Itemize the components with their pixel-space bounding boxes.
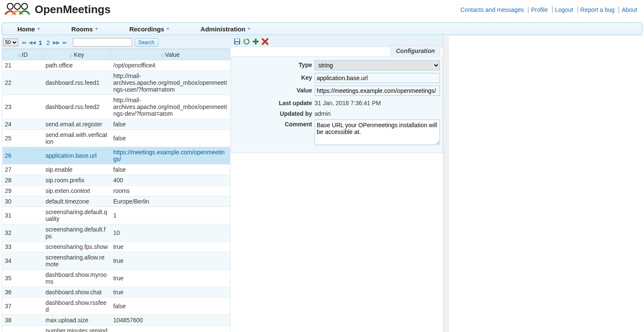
pager-last-icon[interactable]: ⏭ bbox=[62, 39, 68, 45]
link-profile[interactable]: Profile bbox=[528, 6, 550, 13]
menu-home-label: Home bbox=[17, 25, 35, 33]
cell-key: default.timezone bbox=[43, 196, 111, 207]
table-row[interactable]: 36dashboard.show.chattrue bbox=[3, 287, 230, 298]
cell-value: true bbox=[111, 270, 230, 287]
cell-id: 32 bbox=[3, 224, 43, 242]
cell-key: dashboard.show.rssfeed bbox=[43, 298, 111, 315]
table-row[interactable]: 26application.base.urlhttps://meetings.e… bbox=[3, 147, 230, 165]
header-links: Contacts and messages Profile Logout Rep… bbox=[458, 6, 640, 13]
cell-value: 104857600 bbox=[111, 315, 230, 326]
comment-textarea[interactable]: Base URL your OPenmeetings installation … bbox=[315, 120, 440, 145]
cell-id: 23 bbox=[3, 95, 43, 119]
save-icon[interactable] bbox=[233, 38, 241, 45]
cell-value: rooms bbox=[111, 186, 230, 196]
cell-key: dashboard.show.myrooms bbox=[43, 270, 111, 287]
menu-recordings[interactable]: Recordings ▼ bbox=[114, 23, 185, 35]
cell-key: dashboard.rss.feed2 bbox=[43, 95, 111, 119]
table-row[interactable]: 25send.email.with.verficationfalse bbox=[3, 130, 230, 147]
menu-rooms-label: Rooms bbox=[72, 25, 93, 33]
cell-key: max.upload.size bbox=[43, 315, 111, 326]
cell-value: https://meetings.example.com/openmeeting… bbox=[111, 147, 230, 165]
cell-value: http://mail-archives.apache.org/mod_mbox… bbox=[111, 95, 230, 119]
chevron-down-icon: ▼ bbox=[94, 27, 98, 31]
key-input[interactable] bbox=[315, 73, 440, 83]
table-row[interactable]: 22dashboard.rss.feed1http://mail-archive… bbox=[3, 71, 230, 95]
add-icon[interactable] bbox=[252, 38, 260, 45]
cell-id: 34 bbox=[3, 252, 43, 270]
cell-key: dashboard.rss.feed1 bbox=[43, 71, 111, 95]
config-table-scroll[interactable]: ◇ID ◇Key ◇Value 21path.office/opt/openof… bbox=[2, 49, 230, 332]
cell-key: screensharing.default.quality bbox=[43, 207, 111, 224]
pager-page-1[interactable]: 1 bbox=[38, 39, 43, 46]
table-row[interactable]: 29sip.exten.contextrooms bbox=[3, 186, 230, 196]
config-table: ◇ID ◇Key ◇Value 21path.office/opt/openof… bbox=[2, 49, 230, 332]
cell-key: path.office bbox=[43, 60, 111, 71]
cell-id: 28 bbox=[3, 175, 43, 186]
table-row[interactable]: 21path.office/opt/openoffice4 bbox=[3, 60, 230, 71]
link-about[interactable]: About bbox=[619, 6, 640, 13]
search-input[interactable] bbox=[73, 38, 132, 47]
chevron-down-icon: ▼ bbox=[166, 27, 170, 31]
table-row[interactable]: 30default.timezoneEurope/Berlin bbox=[3, 196, 230, 207]
sort-icon: ◇ bbox=[161, 53, 164, 58]
type-select[interactable]: string bbox=[315, 60, 440, 70]
cell-value: true bbox=[111, 287, 230, 298]
pager-prev-icon[interactable]: ◀◀ bbox=[29, 39, 35, 45]
page-size-select[interactable]: 50 bbox=[3, 39, 18, 46]
label-comment: Comment bbox=[234, 120, 315, 128]
table-row[interactable]: 27sip.enablefalse bbox=[3, 165, 230, 175]
table-row[interactable]: 38max.upload.size104857600 bbox=[3, 315, 230, 326]
table-row[interactable]: 31screensharing.default.quality1 bbox=[3, 207, 230, 224]
pager-next-icon[interactable]: ▶▶ bbox=[53, 39, 59, 45]
pager-page-2[interactable]: 2 bbox=[45, 39, 50, 46]
link-report-bug[interactable]: Report a bug bbox=[578, 6, 617, 13]
table-row[interactable]: 24send.email.at.registerfalse bbox=[3, 119, 230, 130]
cell-key: number.minutes.reminder.send bbox=[43, 326, 111, 332]
right-scrollbar[interactable] bbox=[443, 36, 449, 332]
cell-key: sip.exten.context bbox=[43, 186, 111, 196]
cell-value: 10 bbox=[111, 224, 230, 242]
value-input[interactable] bbox=[315, 86, 440, 96]
cell-value: 400 bbox=[111, 175, 230, 186]
menu-administration[interactable]: Administration ▼ bbox=[185, 23, 267, 35]
table-row[interactable]: 39number.minutes.reminder.send15 bbox=[3, 326, 230, 332]
column-header-id[interactable]: ◇ID bbox=[3, 50, 43, 60]
cell-id: 30 bbox=[3, 196, 43, 207]
delete-icon[interactable] bbox=[261, 38, 269, 45]
refresh-icon[interactable] bbox=[243, 38, 250, 45]
svg-rect-7 bbox=[253, 41, 259, 42]
menu-recordings-label: Recordings bbox=[129, 25, 164, 33]
svg-rect-4 bbox=[235, 39, 239, 41]
table-row[interactable]: 33screensharing.fps.showtrue bbox=[3, 242, 230, 252]
table-row[interactable]: 28sip.room.prefix400 bbox=[3, 175, 230, 186]
cell-value: false bbox=[111, 130, 230, 147]
label-updated-by: Updated by bbox=[234, 109, 315, 117]
last-update-value: 31 Jan, 2018 7:36:41 PM bbox=[315, 98, 440, 106]
cell-value: http://mail-archives.apache.org/mod_mbox… bbox=[111, 71, 230, 95]
table-row[interactable]: 35dashboard.show.myroomstrue bbox=[3, 270, 230, 287]
cell-key: screensharing.allow.remote bbox=[43, 252, 111, 270]
column-header-key[interactable]: ◇Key bbox=[43, 50, 111, 60]
cell-key: screensharing.default.fps bbox=[43, 224, 111, 242]
table-row[interactable]: 34screensharing.allow.remotetrue bbox=[3, 252, 230, 270]
link-logout[interactable]: Logout bbox=[553, 6, 576, 13]
column-header-value[interactable]: ◇Value bbox=[111, 50, 230, 60]
cell-key: application.base.url bbox=[43, 147, 111, 165]
pager-first-icon[interactable]: ⏮ bbox=[21, 39, 27, 45]
cell-key: sip.enable bbox=[43, 165, 111, 175]
menu-home[interactable]: Home ▼ bbox=[2, 23, 56, 35]
svg-rect-5 bbox=[235, 42, 239, 44]
svg-point-0 bbox=[7, 3, 13, 9]
link-contacts[interactable]: Contacts and messages bbox=[458, 6, 526, 13]
menu-rooms[interactable]: Rooms ▼ bbox=[56, 23, 114, 35]
search-button[interactable]: Search bbox=[135, 38, 158, 47]
cell-value: /opt/openoffice4 bbox=[111, 60, 230, 71]
cell-id: 39 bbox=[3, 326, 43, 332]
table-row[interactable]: 23dashboard.rss.feed2http://mail-archive… bbox=[3, 95, 230, 119]
table-row[interactable]: 32screensharing.default.fps10 bbox=[3, 224, 230, 242]
cell-key: send.email.with.verfication bbox=[43, 130, 111, 147]
table-row[interactable]: 37dashboard.show.rssfeedfalse bbox=[3, 298, 230, 315]
svg-point-2 bbox=[22, 3, 28, 9]
cell-id: 27 bbox=[3, 165, 43, 175]
main-menu: Home ▼ Rooms ▼ Recordings ▼ Administrati… bbox=[2, 22, 642, 35]
